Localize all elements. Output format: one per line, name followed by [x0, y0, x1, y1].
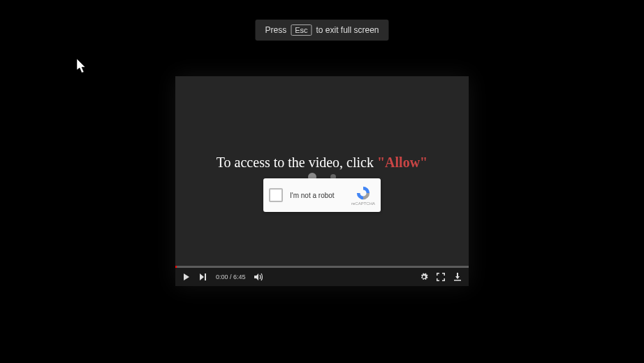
svg-rect-0	[205, 273, 206, 280]
recaptcha-logo: reCAPTCHA	[351, 185, 375, 206]
access-prompt: To access to the video, click "Allow"	[175, 155, 469, 171]
next-icon	[199, 273, 207, 281]
video-controls: 0:00 / 6:45	[175, 268, 469, 286]
volume-icon	[254, 273, 264, 281]
recaptcha-label: I'm not a robot	[290, 192, 351, 199]
download-button[interactable]	[453, 273, 462, 281]
prompt-prefix: To access to the video, click	[217, 155, 377, 170]
fullscreen-button[interactable]	[437, 273, 445, 281]
play-button[interactable]	[182, 273, 191, 281]
settings-button[interactable]	[420, 273, 428, 281]
fullscreen-exit-banner: Press Esc to exit full screen	[255, 20, 388, 41]
time-display: 0:00 / 6:45	[216, 273, 246, 280]
recaptcha-icon	[356, 185, 371, 201]
esc-key-label: Esc	[291, 24, 312, 36]
video-player: To access to the video, click "Allow" I'…	[175, 76, 469, 286]
gear-icon	[420, 273, 428, 281]
recaptcha-brand-text: reCAPTCHA	[351, 201, 375, 206]
next-button[interactable]	[199, 273, 207, 281]
volume-button[interactable]	[254, 273, 264, 281]
play-icon	[182, 273, 191, 281]
fullscreen-icon	[437, 273, 445, 281]
download-icon	[453, 273, 462, 281]
prompt-allow: "Allow"	[377, 155, 427, 170]
recaptcha-checkbox[interactable]	[269, 188, 283, 202]
recaptcha-widget[interactable]: I'm not a robot reCAPTCHA	[263, 178, 381, 212]
mouse-cursor-icon	[77, 59, 89, 77]
banner-press-text: Press	[265, 25, 286, 35]
banner-rest-text: to exit full screen	[316, 25, 379, 35]
